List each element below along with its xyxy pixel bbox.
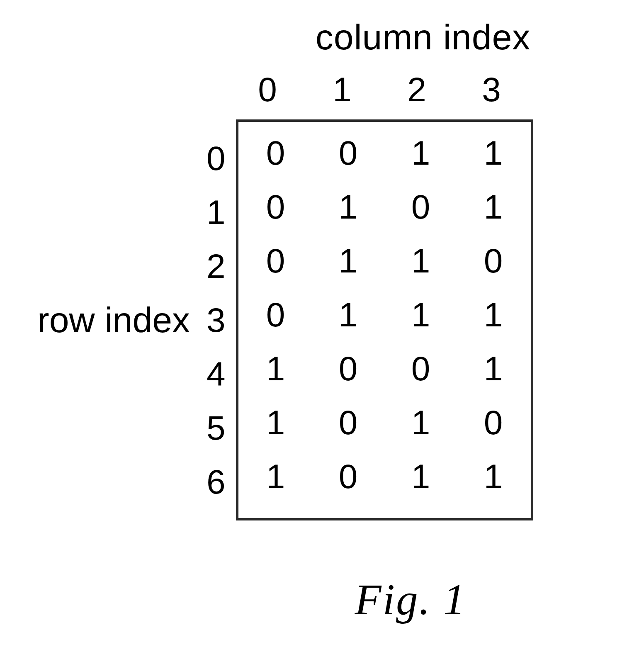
matrix-cell: 1 <box>408 134 433 172</box>
matrix-row: 0 1 1 1 <box>263 296 506 333</box>
matrix-row: 1 0 1 1 <box>263 458 506 495</box>
matrix-cell: 0 <box>263 188 288 226</box>
figure-caption: Fig. 1 <box>203 574 618 625</box>
row-header-2: 2 <box>207 248 226 285</box>
matrix-cell: 0 <box>336 350 361 387</box>
column-headers: 0 1 2 3 <box>257 70 618 109</box>
matrix-cell: 1 <box>408 242 433 280</box>
matrix-row: 0 0 1 1 <box>263 134 506 172</box>
matrix-cell: 0 <box>263 242 288 280</box>
matrix-cell: 1 <box>481 296 506 333</box>
matrix-cell: 1 <box>481 458 506 495</box>
matrix-cell: 0 <box>481 404 506 441</box>
col-header-2: 2 <box>406 70 427 109</box>
matrix-cell: 1 <box>481 134 506 172</box>
row-header-4: 4 <box>207 355 226 393</box>
matrix-row: 1 0 0 1 <box>263 350 506 387</box>
matrix-cell: 1 <box>408 296 433 333</box>
matrix-cell: 1 <box>263 404 288 441</box>
row-index-title: row index <box>37 299 190 340</box>
matrix-cell: 0 <box>481 242 506 280</box>
matrix-row: 0 1 0 1 <box>263 188 506 226</box>
matrix-row: 0 1 1 0 <box>263 242 506 280</box>
matrix-cell: 1 <box>263 458 288 495</box>
row-header-3: 3 <box>207 302 226 339</box>
matrix-cell: 0 <box>336 134 361 172</box>
matrix-cell: 1 <box>408 458 433 495</box>
matrix-cell: 1 <box>481 188 506 226</box>
row-header-1: 1 <box>207 194 226 231</box>
col-header-3: 3 <box>481 70 502 109</box>
matrix-cell: 0 <box>263 296 288 333</box>
matrix-cell: 1 <box>336 296 361 333</box>
row-indices: 0 1 2 3 4 5 6 <box>207 140 226 501</box>
column-index-title: column index <box>228 17 618 58</box>
diagram-container: column index 0 1 2 3 row index 0 1 2 3 4… <box>37 17 618 625</box>
matrix-cell: 0 <box>408 188 433 226</box>
row-header-6: 6 <box>207 463 226 501</box>
matrix-cell: 1 <box>408 404 433 441</box>
matrix-cell: 1 <box>481 350 506 387</box>
matrix-cell: 1 <box>263 350 288 387</box>
matrix-cell: 0 <box>336 458 361 495</box>
matrix-cell: 0 <box>408 350 433 387</box>
matrix-cell: 1 <box>336 188 361 226</box>
matrix-cell: 0 <box>263 134 288 172</box>
main-area: row index 0 1 2 3 4 5 6 0 0 1 1 0 1 0 1 <box>37 119 618 520</box>
matrix-box: 0 0 1 1 0 1 0 1 0 1 1 0 0 1 1 1 <box>236 119 533 520</box>
matrix-cell: 1 <box>336 242 361 280</box>
matrix-row: 1 0 1 0 <box>263 404 506 441</box>
col-header-0: 0 <box>257 70 278 109</box>
row-header-5: 5 <box>207 409 226 447</box>
matrix-cell: 0 <box>336 404 361 441</box>
col-header-1: 1 <box>332 70 352 109</box>
row-header-0: 0 <box>207 140 226 177</box>
